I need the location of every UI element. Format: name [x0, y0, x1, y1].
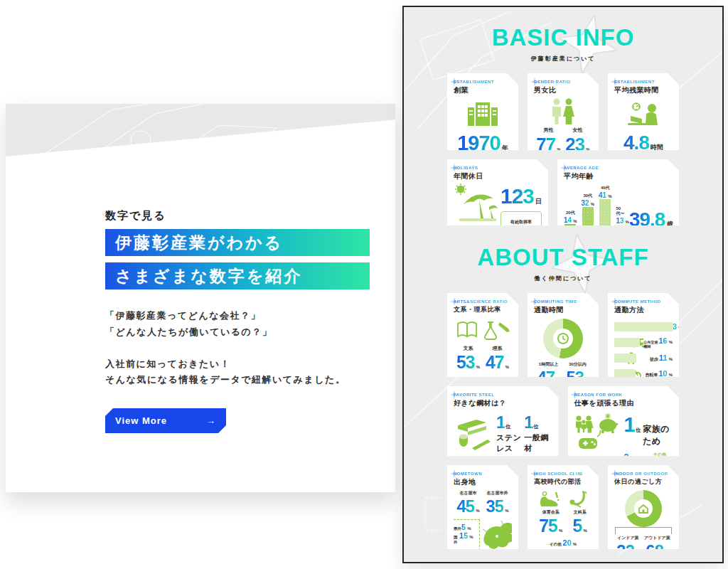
- founding-unit: 年: [502, 144, 508, 153]
- paid-leave-note: 有給取得率 76 % 2023年度実績: [500, 211, 542, 246]
- hometown-label-en: HOMETOWN: [454, 472, 512, 476]
- commute-row-car: 車 63 %: [614, 320, 673, 334]
- pct-unit: %: [527, 233, 530, 237]
- building-icon: [467, 101, 498, 127]
- pct-unit: %: [669, 340, 673, 344]
- paid-leave-label: 有給取得率: [510, 220, 532, 224]
- rank-label: ステンレス: [496, 432, 524, 454]
- card-favorite-steel: FAVORITE STEEL 好きな鋼材は？: [447, 386, 559, 456]
- commute-value: 10: [658, 369, 667, 378]
- card-arts-science: ARTS&SCIENCE RATIO 文系・理系比率: [447, 293, 518, 377]
- pct-unit: %: [678, 326, 682, 330]
- ctime-title-jp: 通勤時間: [534, 305, 592, 315]
- cmethod-title-jp: 通勤方法: [614, 305, 673, 315]
- commute-value: 11: [659, 353, 668, 362]
- about-staff-header: ABOUT STAFF 働く仲間について: [447, 244, 679, 282]
- hero-eyebrow: 数字で見る: [105, 209, 382, 223]
- hometown-d-value: 15: [459, 531, 468, 540]
- hometown-a-value: 45: [456, 496, 474, 516]
- overtime-unit: 時間: [651, 143, 663, 152]
- worker-at-laptop-icon: [625, 102, 662, 126]
- card-commuting-time: COMMUTING TIME 通勤時間: [528, 293, 599, 377]
- weekend-a-label: インドア派: [617, 535, 639, 541]
- card-gender-ratio: GENDER RATIO 男女比 男性 77 %: [528, 73, 599, 150]
- card-founding: ESTABLISHMENT 創業 1970: [447, 73, 518, 150]
- steel-label-en: FAVORITE STEEL: [454, 393, 552, 397]
- weekend-b-value: 68: [646, 541, 663, 561]
- ctime-right-value: 53: [566, 368, 584, 388]
- overtime-value: 4.8: [623, 132, 649, 154]
- ctime-label-en: COMMUTING TIME: [534, 299, 592, 304]
- basic-row-2: HOLIDAYS 年間休日: [447, 159, 679, 225]
- hero-header-decoration: [6, 104, 395, 156]
- club-b-value: 5: [573, 516, 582, 536]
- hometown-c-value: 5: [461, 523, 466, 531]
- arts-left-label: 文系: [464, 345, 473, 352]
- infographic-panel: BASIC INFO 伊藤彰産業について ESTABLISHMENT 創業: [402, 6, 724, 563]
- age-title-jp: 平均年齢: [564, 171, 673, 181]
- pct-unit: %: [469, 535, 473, 539]
- age-bar-value: 14: [564, 216, 572, 224]
- rank-unit: 位: [534, 423, 539, 430]
- rank-number: 1: [496, 413, 505, 432]
- lead-line-1: 入社前に知っておきたい！: [105, 358, 230, 369]
- card-weekend: INDOOR OR OUTDOOR 休日の過ごし方: [608, 465, 679, 549]
- sneaker-icon: [539, 491, 560, 506]
- page: 数字で見る 伊藤彰産業がわかる さまざまな数字を紹介 「伊藤彰産業ってどんな会社…: [0, 0, 728, 569]
- commute-label: 公共交通機関: [643, 340, 658, 349]
- age-bar-value: 41: [599, 191, 606, 199]
- card-holidays: HOLIDAYS 年間休日: [447, 159, 548, 225]
- gender-title-jp: 男女比: [534, 85, 592, 95]
- club-b-label: 文科系: [574, 509, 587, 516]
- hometown-b-value: 35: [486, 496, 503, 516]
- overtime-label-en: ESTABLISHMENT: [614, 80, 673, 84]
- card-average-age: AVERAGE AGE 平均年齢 20代 14% 30代: [557, 159, 679, 225]
- commute-label: 自転車: [645, 372, 658, 378]
- pct-unit: %: [573, 542, 577, 546]
- pct-unit: %: [669, 373, 673, 377]
- arts-right-label: 理系: [493, 345, 503, 352]
- saxophone-icon: [569, 491, 588, 508]
- female-value: 23: [565, 134, 584, 156]
- age-bar-value: 32: [582, 199, 589, 207]
- card-overtime: ESTABLISHMENT 平均残業時間: [608, 73, 679, 150]
- age-unit: 歳: [666, 220, 673, 229]
- commute-row-bicycle: 自転車 10 %: [614, 367, 673, 381]
- card-hometown: HOMETOWN 出身地 名古屋市 45 % 名古屋市外 35 %: [447, 465, 518, 549]
- commute-value: 16: [658, 336, 667, 345]
- club-other-value: 20: [563, 538, 572, 547]
- pct-unit: %: [476, 365, 480, 369]
- rank-unit: 位: [630, 455, 635, 462]
- pct-unit: %: [505, 509, 508, 513]
- holidays-title-jp: 年間休日: [454, 171, 542, 181]
- hometown-c-label: 県外: [454, 526, 461, 531]
- rank-number: 1: [524, 413, 532, 432]
- house-icon: [638, 504, 649, 514]
- arts-title-jp: 文系・理系比率: [454, 305, 512, 314]
- hero-headline-1: 伊藤彰産業がわかる: [105, 229, 370, 256]
- weekend-label-en: INDOOR OR OUTDOOR: [614, 472, 673, 476]
- pct-unit: %: [665, 553, 668, 558]
- basic-info-subtitle: 伊藤彰産業について: [447, 55, 679, 63]
- average-age-value: 39.8: [629, 208, 665, 231]
- hero-headline-2: さまざまな数字を紹介: [105, 262, 370, 289]
- hometown-d-label: 国外: [454, 535, 459, 545]
- arts-right-value: 47: [486, 352, 504, 373]
- holidays-value: 123: [500, 184, 534, 208]
- quote-line-2: 「どんな人たちが働いているの？」: [105, 326, 272, 337]
- hero-quotes: 「伊藤彰産業ってどんな会社？」 「どんな人たちが働いているの？」: [105, 308, 382, 341]
- age-bar-50s: 50代〜 13%: [616, 206, 628, 237]
- age-cat-label: 40代: [601, 185, 610, 191]
- weekend-a-value: 32: [616, 541, 634, 561]
- rank-number: 1: [624, 413, 636, 437]
- pct-unit: %: [669, 357, 673, 361]
- pct-unit: %: [557, 147, 560, 151]
- cmethod-label-en: COMMUTE METHOD: [614, 299, 673, 304]
- pct-unit: %: [505, 365, 509, 369]
- pct-unit: %: [585, 380, 589, 384]
- founding-label-en: ESTABLISHMENT: [454, 80, 512, 84]
- club-title-jp: 高校時代の部活: [534, 477, 592, 486]
- view-more-button[interactable]: View More →: [105, 408, 226, 433]
- weekend-b-label: アウトドア派: [644, 535, 670, 541]
- view-more-label: View More: [115, 415, 167, 426]
